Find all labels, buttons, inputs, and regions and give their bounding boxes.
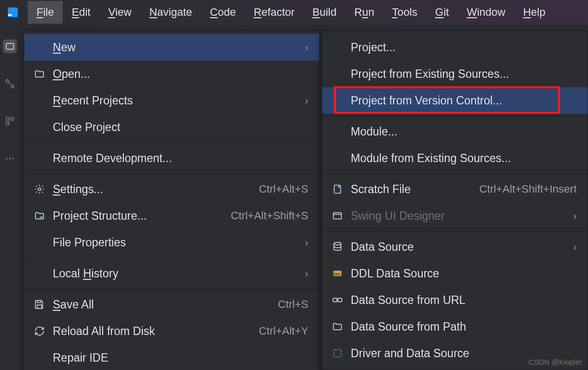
- menu-item-label: Project...: [351, 41, 577, 54]
- chevron-right-icon: ›: [305, 237, 308, 248]
- shortcut-label: Ctrl+S: [278, 298, 308, 311]
- chevron-right-icon: ›: [305, 42, 308, 53]
- chevron-right-icon: ›: [573, 210, 577, 222]
- menu-item-label: Open...: [53, 67, 308, 81]
- svg-point-9: [5, 158, 7, 160]
- menu-navigate[interactable]: Navigate: [141, 1, 201, 24]
- svg-rect-26: [334, 350, 341, 357]
- folder-icon: [331, 320, 344, 333]
- menu-refactor[interactable]: Refactor: [245, 1, 303, 24]
- menu-item-label: Local History: [53, 267, 305, 280]
- svg-rect-13: [40, 216, 43, 218]
- svg-point-12: [38, 188, 41, 191]
- menu-item-label: Recent Projects: [53, 94, 305, 107]
- svg-point-11: [12, 158, 14, 160]
- menu-item-label: Data Source: [351, 240, 573, 254]
- shortcut-label: Ctrl+Alt+Y: [259, 325, 308, 337]
- new-menu-swing-ui-designer[interactable]: Swing UI Designer›: [322, 202, 588, 229]
- menu-build[interactable]: Build: [303, 1, 345, 24]
- new-menu-module[interactable]: Module...: [322, 118, 588, 145]
- shortcut-label: Ctrl+Alt+Shift+S: [231, 209, 308, 222]
- svg-rect-18: [333, 213, 342, 219]
- menu-item-label: New: [53, 41, 305, 54]
- file-menu-file-properties[interactable]: File Properties›: [24, 229, 319, 256]
- save-icon: [33, 298, 46, 311]
- svg-text:DDL: DDL: [333, 272, 341, 276]
- chevron-right-icon: ›: [305, 268, 308, 279]
- new-menu-separator: [322, 116, 588, 116]
- menubar: FileEditViewNavigateCodeRefactorBuildRun…: [0, 0, 588, 25]
- file-menu-project-structure[interactable]: Project Structure...Ctrl+Alt+Shift+S: [24, 202, 319, 229]
- menu-file[interactable]: File: [28, 1, 63, 24]
- file-menu-separator: [24, 289, 319, 289]
- menu-item-label: Settings...: [53, 183, 259, 196]
- svg-rect-14: [37, 301, 40, 303]
- menu-view[interactable]: View: [99, 1, 140, 24]
- menu-item-label: Data Source from URL: [351, 294, 577, 307]
- new-menu-scratch-file[interactable]: Scratch FileCtrl+Alt+Shift+Insert: [322, 176, 588, 202]
- menu-item-label: Save All: [53, 298, 278, 311]
- project-structure-icon: [33, 209, 46, 222]
- svg-point-10: [9, 158, 11, 160]
- url-icon: [331, 294, 344, 306]
- menu-item-label: Project from Version Control...: [351, 94, 577, 107]
- new-menu-data-source-from-url[interactable]: Data Source from URL: [322, 287, 588, 313]
- file-menu-recent-projects[interactable]: Recent Projects›: [24, 87, 319, 114]
- menu-edit[interactable]: Edit: [63, 1, 99, 24]
- menu-code[interactable]: Code: [201, 1, 245, 24]
- scratch-icon: [331, 183, 344, 196]
- menu-run[interactable]: Run: [345, 1, 383, 24]
- file-menu-open[interactable]: Open...: [24, 61, 319, 87]
- chevron-right-icon: ›: [573, 241, 577, 253]
- new-menu-separator: [322, 231, 588, 232]
- file-menu-dropdown: New›Open...Recent Projects›Close Project…: [24, 31, 320, 370]
- sidebar-structure-icon[interactable]: [3, 77, 17, 91]
- watermark: CSDN @Kiopler: [528, 358, 582, 366]
- new-menu-ddl-data-source[interactable]: DDLDDL Data Source: [322, 260, 588, 287]
- file-menu-new[interactable]: New›: [24, 34, 319, 61]
- file-menu-save-all[interactable]: Save AllCtrl+S: [24, 291, 319, 318]
- menu-item-label: Module...: [351, 125, 577, 138]
- menu-item-label: Reload All from Disk: [53, 325, 259, 338]
- menu-item-label: Swing UI Designer: [351, 209, 573, 223]
- gear-icon: [33, 183, 46, 196]
- menu-git[interactable]: Git: [426, 1, 458, 24]
- file-menu-close-project[interactable]: Close Project: [24, 114, 319, 140]
- file-menu-local-history[interactable]: Local History›: [24, 260, 319, 287]
- file-menu-remote-development[interactable]: Remote Development...: [24, 145, 319, 171]
- new-menu-data-source-from-path[interactable]: Data Source from Path: [322, 313, 588, 340]
- menu-window[interactable]: Window: [458, 1, 514, 24]
- new-menu-project-from-version-control[interactable]: Project from Version Control...: [322, 87, 588, 114]
- svg-line-5: [8, 82, 11, 85]
- file-menu-reload-all-from-disk[interactable]: Reload All from DiskCtrl+Alt+Y: [24, 318, 319, 344]
- file-menu-repair-ide[interactable]: Repair IDE: [24, 344, 319, 370]
- menu-item-label: Project from Existing Sources...: [351, 67, 577, 81]
- menu-item-label: DDL Data Source: [351, 267, 577, 280]
- menu-item-label: File Properties: [53, 236, 305, 249]
- sidebar-more-icon[interactable]: [3, 152, 17, 166]
- new-menu-project-from-existing-sources[interactable]: Project from Existing Sources...: [322, 61, 588, 87]
- svg-point-20: [334, 242, 341, 245]
- sidebar-bookmarks-icon[interactable]: [3, 114, 17, 128]
- svg-point-17: [338, 185, 341, 188]
- new-menu-module-from-existing-sources[interactable]: Module from Existing Sources...: [322, 145, 588, 171]
- new-submenu-dropdown: Project...Project from Existing Sources.…: [322, 31, 588, 370]
- file-menu-settings[interactable]: Settings...Ctrl+Alt+S: [24, 176, 319, 202]
- new-menu-project[interactable]: Project...: [322, 34, 588, 61]
- new-menu-data-source[interactable]: Data Source›: [322, 234, 588, 260]
- shortcut-label: Ctrl+Alt+Shift+Insert: [479, 183, 577, 196]
- menu-item-label: Repair IDE: [53, 351, 308, 365]
- menu-item-label: Project Structure...: [53, 209, 231, 223]
- shortcut-label: Ctrl+Alt+S: [259, 183, 308, 196]
- menu-help[interactable]: Help: [514, 1, 554, 24]
- sidebar-project-icon[interactable]: [3, 39, 17, 53]
- menu-tools[interactable]: Tools: [383, 1, 426, 24]
- svg-rect-8: [6, 122, 9, 125]
- driver-icon: [331, 347, 344, 360]
- svg-rect-7: [10, 118, 13, 121]
- svg-rect-2: [6, 43, 13, 49]
- folder-icon: [33, 67, 46, 80]
- window-icon: [331, 209, 344, 222]
- chevron-right-icon: ›: [305, 95, 308, 106]
- database-icon: [331, 240, 344, 253]
